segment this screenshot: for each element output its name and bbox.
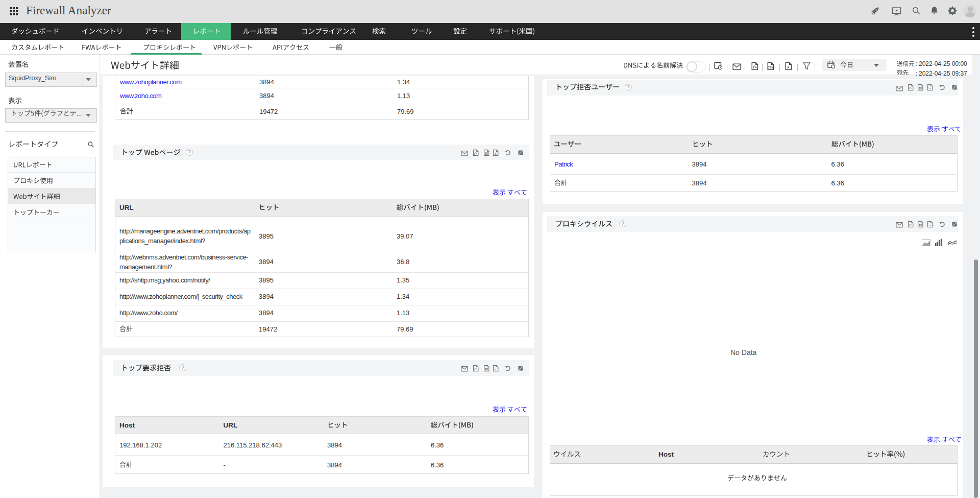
- svg-text:x: x: [929, 87, 931, 90]
- svg-text:x: x: [788, 65, 790, 69]
- svg-text:x: x: [495, 367, 497, 370]
- svg-text:x: x: [495, 152, 497, 155]
- svg-text:csv: csv: [768, 65, 774, 69]
- svg-text:x: x: [929, 223, 931, 226]
